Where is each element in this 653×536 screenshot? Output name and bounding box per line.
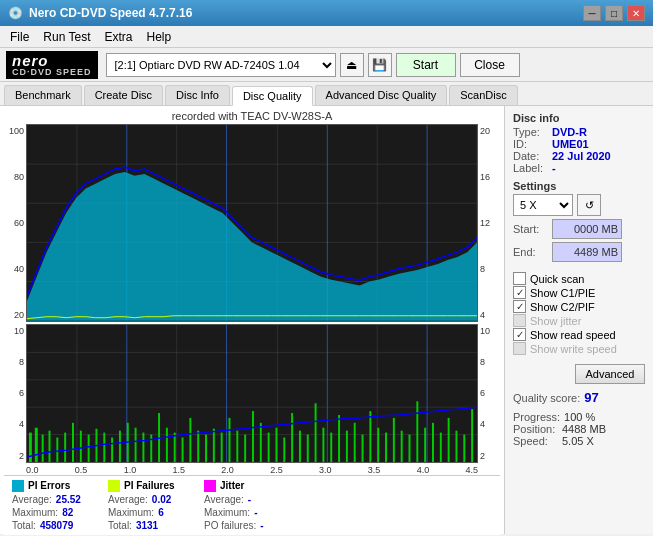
close-app-button[interactable]: Close xyxy=(460,53,520,77)
show-read-speed-row: Show read speed xyxy=(513,328,645,341)
svg-marker-13 xyxy=(27,172,477,321)
show-c2-pif-checkbox[interactable] xyxy=(513,300,526,313)
start-button[interactable]: Start xyxy=(396,53,456,77)
end-input[interactable] xyxy=(552,242,622,262)
tab-disc-quality[interactable]: Disc Quality xyxy=(232,86,313,106)
svg-rect-83 xyxy=(471,409,473,462)
close-button[interactable]: ✕ xyxy=(627,5,645,21)
svg-rect-55 xyxy=(252,411,254,462)
svg-rect-57 xyxy=(268,432,270,461)
speed-setting-row: 5 X 1 X 2 X 4 X 8 X Max ↺ xyxy=(513,194,645,216)
svg-rect-53 xyxy=(236,430,238,461)
nero-logo: nero CD·DVD SPEED xyxy=(6,51,98,79)
svg-rect-41 xyxy=(142,432,144,461)
svg-rect-49 xyxy=(205,434,207,461)
svg-rect-66 xyxy=(338,415,340,462)
quick-scan-checkbox[interactable] xyxy=(513,272,526,285)
svg-rect-32 xyxy=(72,422,74,461)
y-axis-right-lower: 108642 xyxy=(478,324,500,463)
progress-row: Progress: 100 % xyxy=(513,411,645,423)
maximize-button[interactable]: □ xyxy=(605,5,623,21)
toolbar: nero CD·DVD SPEED [2:1] Optiarc DVD RW A… xyxy=(0,48,653,82)
title-bar: 💿 Nero CD-DVD Speed 4.7.7.16 ─ □ ✕ xyxy=(0,0,653,26)
tab-scan-disc[interactable]: ScanDisc xyxy=(449,85,517,105)
svg-rect-79 xyxy=(440,432,442,461)
svg-rect-45 xyxy=(174,432,176,461)
quality-score-row: Quality score: 97 xyxy=(513,390,645,405)
legend-area: PI Errors Average: 25.52 Maximum: 82 Tot… xyxy=(4,475,500,535)
refresh-button[interactable]: ↺ xyxy=(577,194,601,216)
svg-rect-68 xyxy=(354,422,356,461)
svg-rect-56 xyxy=(260,422,262,461)
show-read-speed-checkbox[interactable] xyxy=(513,328,526,341)
x-axis-labels: 0.00.51.01.52.02.53.03.54.04.5 xyxy=(4,465,500,475)
tab-create-disc[interactable]: Create Disc xyxy=(84,85,163,105)
svg-rect-72 xyxy=(385,432,387,461)
save-button[interactable]: 💾 xyxy=(368,53,392,77)
tab-disc-info[interactable]: Disc Info xyxy=(165,85,230,105)
window-controls[interactable]: ─ □ ✕ xyxy=(583,5,645,21)
pi-errors-color xyxy=(12,480,24,492)
advanced-button[interactable]: Advanced xyxy=(575,364,645,384)
menu-run-test[interactable]: Run Test xyxy=(37,28,96,46)
menu-bar: File Run Test Extra Help xyxy=(0,26,653,48)
svg-rect-46 xyxy=(182,437,184,461)
tab-advanced-disc-quality[interactable]: Advanced Disc Quality xyxy=(315,85,448,105)
svg-rect-54 xyxy=(244,434,246,461)
y-axis-left-upper: 10080604020 xyxy=(4,124,26,322)
svg-rect-71 xyxy=(377,427,379,461)
show-write-speed-row: Show write speed xyxy=(513,342,645,355)
svg-rect-52 xyxy=(229,418,231,462)
y-axis-left-lower: 108642 xyxy=(4,324,26,463)
show-jitter-checkbox[interactable] xyxy=(513,314,526,327)
menu-help[interactable]: Help xyxy=(141,28,178,46)
menu-extra[interactable]: Extra xyxy=(98,28,138,46)
eject-button[interactable]: ⏏ xyxy=(340,53,364,77)
settings-section: Settings 5 X 1 X 2 X 4 X 8 X Max ↺ Start… xyxy=(513,180,645,265)
y-axis-right-upper: 20161284 xyxy=(478,124,500,322)
disc-info-title: Disc info xyxy=(513,112,645,124)
drive-select[interactable]: [2:1] Optiarc DVD RW AD-7240S 1.04 xyxy=(106,53,336,77)
svg-rect-64 xyxy=(322,427,324,461)
svg-rect-58 xyxy=(275,427,277,461)
menu-file[interactable]: File xyxy=(4,28,35,46)
speed-row: Speed: 5.05 X xyxy=(513,435,645,447)
quick-scan-row: Quick scan xyxy=(513,272,645,285)
svg-rect-31 xyxy=(64,432,66,461)
svg-rect-67 xyxy=(346,430,348,461)
show-write-speed-checkbox[interactable] xyxy=(513,342,526,355)
svg-rect-61 xyxy=(299,430,301,461)
svg-rect-50 xyxy=(213,428,215,461)
pi-failures-color xyxy=(108,480,120,492)
tab-benchmark[interactable]: Benchmark xyxy=(4,85,82,105)
show-c1-pie-checkbox[interactable] xyxy=(513,286,526,299)
svg-rect-26 xyxy=(29,432,32,461)
jitter-legend: Jitter Average: - Maximum: - PO failures… xyxy=(204,480,284,531)
disc-label-row: Label: - xyxy=(513,162,645,174)
speed-select[interactable]: 5 X 1 X 2 X 4 X 8 X Max xyxy=(513,194,573,216)
start-input[interactable] xyxy=(552,219,622,239)
show-jitter-row: Show jitter xyxy=(513,314,645,327)
svg-rect-76 xyxy=(416,401,418,462)
chart-title: recorded with TEAC DV-W28S-A xyxy=(4,110,500,122)
svg-rect-37 xyxy=(111,437,113,461)
app-icon: 💿 xyxy=(8,6,23,20)
svg-rect-81 xyxy=(455,430,457,461)
right-panel: Disc info Type: DVD-R ID: UME01 Date: 22… xyxy=(505,106,653,534)
svg-rect-62 xyxy=(307,434,309,461)
show-c2-pif-row: Show C2/PIF xyxy=(513,300,645,313)
disc-date-row: Date: 22 Jul 2020 xyxy=(513,150,645,162)
minimize-button[interactable]: ─ xyxy=(583,5,601,21)
svg-rect-74 xyxy=(401,430,403,461)
main-content: recorded with TEAC DV-W28S-A 10080604020 xyxy=(0,106,653,534)
svg-rect-75 xyxy=(409,434,411,461)
lower-chart xyxy=(26,324,478,463)
settings-title: Settings xyxy=(513,180,645,192)
svg-rect-48 xyxy=(197,430,199,461)
svg-rect-69 xyxy=(362,434,364,461)
disc-id-row: ID: UME01 xyxy=(513,138,645,150)
svg-rect-70 xyxy=(369,411,371,462)
svg-rect-73 xyxy=(393,418,395,462)
progress-section: Progress: 100 % Position: 4488 MB Speed:… xyxy=(513,411,645,447)
position-row: Position: 4488 MB xyxy=(513,423,645,435)
